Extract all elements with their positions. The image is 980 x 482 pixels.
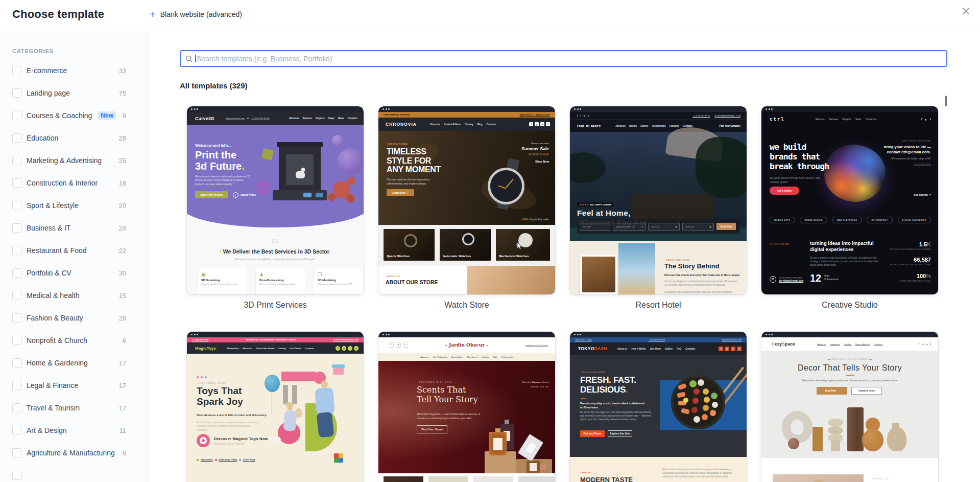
checkbox[interactable] [12, 426, 21, 435]
coral-lobe [346, 194, 355, 203]
bullet [215, 459, 217, 461]
sidebar-item-portfolio-cv[interactable]: Portfolio & CV30 [0, 262, 148, 284]
strip-phone: +1 (234) 567 89 90 [192, 339, 208, 341]
calendar-icon: ▦ [709, 225, 711, 228]
nav-link: Limited Edition [444, 123, 461, 126]
youtube-icon [926, 343, 927, 346]
sidebar-item-agriculture[interactable]: Agriculture & Manufacturing9 [0, 442, 148, 464]
browser-chrome [570, 332, 747, 337]
top-strip: +1 (234) 567 89 90 SHOWROOM: 123A EGREMO… [187, 337, 364, 342]
sidebar-item-art-design[interactable]: Art & Design11 [0, 419, 148, 442]
hero-text: We turn your ideas into reality with pro… [195, 175, 252, 186]
watch-face [488, 168, 524, 204]
checkbox[interactable] [12, 246, 21, 255]
checkbox[interactable] [12, 313, 21, 323]
template-preview-magictoys[interactable]: +1 (234) 567 89 90 SHOWROOM: 123A EGREMO… [187, 332, 364, 482]
checkbox[interactable] [12, 223, 21, 233]
checkbox[interactable] [12, 111, 21, 120]
toy-block [334, 458, 339, 463]
close-icon[interactable]: ✕ [961, 6, 971, 17]
template-preview-jardin-obscur[interactable]: - Jardin Obscur - jardinobscur@email.com… [378, 332, 555, 482]
toy-block [339, 453, 343, 458]
checkbox[interactable] [12, 268, 21, 278]
sidebar-item-medical[interactable]: Medical & health15 [0, 284, 148, 307]
search-input[interactable] [181, 51, 946, 66]
start-project-button: Start Your Project [195, 191, 228, 198]
about-kicker: • ABOUT OUR HOTEL • [664, 259, 691, 261]
checkbox[interactable] [12, 448, 21, 457]
checkin-field: Check-in▦ [648, 223, 680, 231]
checkbox[interactable] [12, 381, 21, 390]
checkbox[interactable] [12, 336, 21, 345]
sidebar-item-landing-page[interactable]: Landing page75 [0, 82, 148, 104]
checkbox[interactable] [12, 88, 21, 98]
sidebar-item-home-gardening[interactable]: Home & Gardening17 [0, 352, 148, 374]
sushi [703, 388, 709, 395]
badge-text: 900+ HAPPY CLIENTS [590, 203, 611, 206]
printer-window [286, 154, 314, 185]
toy-block [334, 453, 339, 458]
template-preview-tokyodash[interactable]: Open 8 am - 10 pm +1 (234) 567 89 00 tok… [570, 332, 747, 482]
checkbox[interactable] [12, 178, 21, 188]
sidebar-item-partial[interactable] [0, 464, 148, 482]
promo-block: Meet our new items Summer Sale 10 AUG-20… [521, 142, 549, 163]
checkbox[interactable] [12, 156, 21, 165]
template-preview-creative-studio[interactable]: ctrl About usServicesProjectsTeamContact… [761, 106, 938, 294]
sidebar-item-sport[interactable]: Sport & Lifestyle20 [0, 194, 148, 217]
hero-text: Discover watches that blend precision, c… [387, 178, 444, 186]
sidebar-item-legal-finance[interactable]: Legal & Finance17 [0, 374, 148, 397]
blank-website-button[interactable]: + Blank website (advanced) [150, 10, 242, 18]
template-preview-3d-print[interactable]: Curve3D 3d.print@email.com +1 (234) 567 … [187, 106, 364, 294]
sidebar-item-marketing[interactable]: Marketing & Advertising25 [0, 149, 148, 172]
nav-link: Best Sellers [451, 356, 463, 358]
template-header: - Jardin Obscur - jardinobscur@email.com [378, 337, 555, 353]
template-preview-resort-hotel[interactable]: +1 (234) 567 89 90 ISLADIMARE@EMAIL.COM … [570, 106, 747, 294]
checkbox[interactable] [12, 133, 21, 143]
sidebar-item-nonprofit[interactable]: Nonprofit & Church6 [0, 329, 148, 352]
sidebar-item-business-it[interactable]: Business & IT24 [0, 217, 148, 239]
nav-link: Contacts [486, 123, 496, 126]
nav-link: Inspiration [830, 343, 840, 346]
template-name[interactable]: 3D Print Services [187, 301, 364, 310]
youtube-icon [588, 114, 589, 117]
checkbox[interactable] [12, 403, 21, 412]
sidebar-item-fashion[interactable]: Fashion & Beauty28 [0, 307, 148, 329]
sidebar-item-restaurant[interactable]: Restaurant & Food22 [0, 239, 148, 262]
sidebar-item-education[interactable]: Education26 [0, 127, 148, 149]
about-photo [773, 474, 864, 482]
stars: ★★★★★ [579, 203, 588, 206]
scrollbar-thumb[interactable] [945, 96, 947, 106]
about-lead: Discover the charm and story that make I… [664, 273, 741, 277]
instagram-icon [342, 346, 346, 351]
badge-pill: WEB PLATFORMS [832, 217, 862, 223]
nav-link: Testimonials [652, 125, 665, 127]
sidebar-item-courses-coaching[interactable]: Courses & CoachingNew8 [0, 104, 148, 127]
hero-text: Welcome to the design agency and store o… [761, 379, 938, 382]
hero-title: Print the 3d Future. [195, 149, 245, 172]
checkbox[interactable] [12, 471, 21, 480]
checkbox[interactable] [12, 201, 21, 210]
perfume-bottle-small [527, 461, 540, 473]
bottle-cap [505, 420, 509, 424]
checkbox[interactable] [12, 358, 21, 368]
checkbox[interactable] [12, 291, 21, 300]
checkbox[interactable] [12, 66, 21, 75]
template-preview-watch-store[interactable]: FREE SHIPPING FROM $50 NEED HELP? +1 (23… [378, 106, 555, 294]
contact-text: We bring even the boldest ideas to life! [876, 157, 931, 160]
explore-sets-button: Explore Our Sets [608, 430, 632, 437]
template-name[interactable]: Watch Store [378, 301, 555, 310]
sidebar-item-construction[interactable]: Construction & Interior16 [0, 172, 148, 194]
sidebar-item-travel[interactable]: Travel & Tourism17 [0, 397, 148, 419]
sushi [681, 408, 690, 415]
template-preview-cozyspace[interactable]: CozySpace About usInspirationCatalogNews… [761, 332, 938, 482]
getaway-cta: Plan Your Getaway! [719, 125, 740, 127]
template-name[interactable]: Resort Hotel [570, 301, 747, 310]
help-note: NEED HELP? +1 (234) 567-8901 [520, 113, 550, 116]
top-strip: FREE SHIPPING FROM $50 NEED HELP? +1 (23… [378, 112, 555, 118]
sidebar-item-ecommerce[interactable]: E-commerce33 [0, 59, 148, 82]
template-name[interactable]: Creative Studio [761, 301, 938, 310]
hero-kicker: • PERFUMES WITH SOUL • [417, 381, 455, 383]
tile-label: Quartz Watches [387, 255, 410, 258]
feature-card: ▣ 3D Scanning Capture details of your pr… [197, 268, 247, 294]
vase-gourd-bottom [862, 429, 883, 451]
